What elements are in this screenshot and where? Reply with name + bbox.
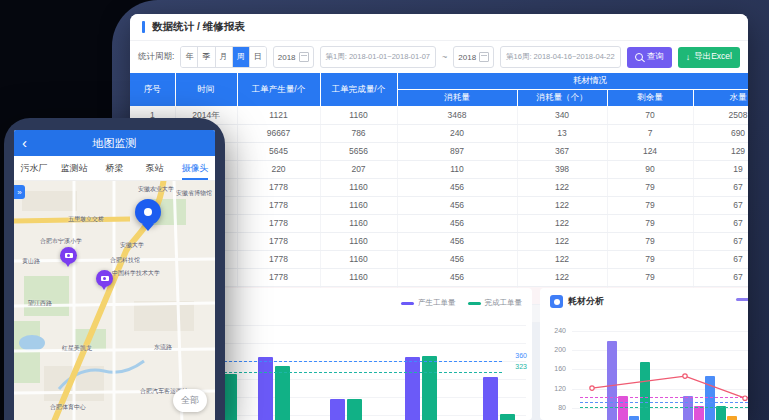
table-cell: 96667	[237, 125, 320, 143]
table-cell: 110	[397, 161, 517, 179]
table-cell: 67	[693, 269, 748, 287]
table-header-row: 序号时间工单产生量/个工单完成量/个耗材情况	[130, 73, 748, 90]
table-cell: 2508	[693, 107, 748, 125]
bar-产生工单量	[405, 357, 420, 420]
map-label: 合肥市宁溪小学	[40, 237, 82, 246]
year-end-value: 2018	[458, 53, 476, 62]
table-cell: 122	[517, 197, 607, 215]
search-icon	[635, 53, 643, 61]
map-pin-selected[interactable]	[135, 199, 161, 225]
download-icon: ↓	[686, 53, 691, 62]
sub-column-header: 消耗量（个）	[517, 90, 607, 107]
map-label: 五里墩立交桥	[68, 215, 104, 224]
table-cell: 1121	[237, 107, 320, 125]
table-cell: 1160	[320, 215, 397, 233]
bar-完成工单量	[500, 414, 515, 420]
table-cell: 90	[607, 161, 693, 179]
table-cell: 1160	[320, 251, 397, 269]
phone-tab-污水厂[interactable]: 污水厂	[14, 156, 54, 180]
table-cell: 456	[397, 251, 517, 269]
year-start-select[interactable]: 2018	[273, 46, 314, 68]
period-option-月[interactable]: 月	[216, 47, 233, 67]
table-cell: 240	[397, 125, 517, 143]
phone-mockup: ‹ 地图监测 污水厂监测站桥梁泵站摄像头	[4, 118, 225, 420]
map-view[interactable]: 安徽省博物馆安徽农业大学五里墩立交桥合肥市宁溪小学安徽大学合肥科技馆中国科学技术…	[14, 181, 215, 420]
table-cell: 67	[693, 179, 748, 197]
table-cell: 367	[517, 143, 607, 161]
export-excel-button[interactable]: ↓ 导出Excel	[678, 47, 740, 68]
sub-column-header: 消耗量	[397, 90, 517, 107]
table-cell: 456	[397, 233, 517, 251]
map-label: 合肥科技馆	[110, 256, 140, 265]
filter-bar: 统计周期: 年季月周日 2018 第1周: 2018-01-01~2018-01…	[130, 41, 748, 73]
phone-screen: ‹ 地图监测 污水厂监测站桥梁泵站摄像头	[14, 130, 215, 420]
consumable-bar-line-chart: 2402001601208040	[540, 288, 748, 420]
table-cell: 122	[517, 215, 607, 233]
table-cell: 1160	[320, 179, 397, 197]
table-cell: 67	[693, 233, 748, 251]
phone-tab-bar: 污水厂监测站桥梁泵站摄像头	[14, 156, 215, 181]
all-filter-button[interactable]: 全部	[173, 389, 207, 412]
phone-tab-桥梁[interactable]: 桥梁	[94, 156, 134, 180]
query-button[interactable]: 查询	[627, 47, 672, 68]
table-cell: 7	[607, 125, 693, 143]
column-header: 工单完成量/个	[320, 73, 397, 107]
table-cell: 456	[397, 269, 517, 287]
table-cell: 124	[607, 143, 693, 161]
sub-column-header: 水量	[693, 90, 748, 107]
table-cell: 1778	[237, 233, 320, 251]
table-cell: 398	[517, 161, 607, 179]
map-label: 安徽省博物馆	[176, 189, 212, 198]
camera-marker[interactable]	[96, 270, 113, 287]
consumable-chart-card: 耗材分析 2402001601208040	[540, 288, 748, 420]
table-cell: 1160	[320, 107, 397, 125]
table-cell: 70	[607, 107, 693, 125]
bar-完成工单量	[275, 366, 290, 420]
table-cell: 456	[397, 197, 517, 215]
back-icon[interactable]: ‹	[22, 132, 27, 154]
table-cell: 340	[517, 107, 607, 125]
calendar-icon	[299, 52, 309, 62]
column-header: 耗材情况	[397, 73, 748, 90]
table-cell: 67	[693, 197, 748, 215]
period-option-日[interactable]: 日	[250, 47, 266, 67]
table-cell: 67	[693, 251, 748, 269]
year-end-select[interactable]: 2018	[453, 46, 494, 68]
table-cell: 1778	[237, 269, 320, 287]
table-cell: 786	[320, 125, 397, 143]
year-start-value: 2018	[278, 53, 296, 62]
table-row: 12014年112111603468340702508	[130, 107, 748, 125]
week-end-field[interactable]: 第16周: 2018-04-16~2018-04-22	[500, 46, 621, 68]
camera-marker[interactable]	[60, 247, 77, 264]
period-option-年[interactable]: 年	[181, 47, 198, 67]
panel-expander-icon[interactable]: »	[14, 185, 25, 199]
period-option-季[interactable]: 季	[198, 47, 215, 67]
trend-line	[540, 288, 748, 420]
column-header: 序号	[130, 73, 175, 107]
table-cell: 456	[397, 215, 517, 233]
camera-icon	[65, 253, 73, 258]
phone-tab-监测站[interactable]: 监测站	[54, 156, 94, 180]
query-button-label: 查询	[647, 51, 664, 63]
table-cell: 1160	[320, 269, 397, 287]
table-cell: 5645	[237, 143, 320, 161]
page-background: 数据统计 / 维修报表 统计周期: 年季月周日 2018 第1周: 2018-0…	[0, 0, 769, 420]
range-separator: ~	[442, 52, 447, 62]
table-cell: 5656	[320, 143, 397, 161]
table-cell: 1778	[237, 179, 320, 197]
phone-tab-摄像头[interactable]: 摄像头	[175, 156, 215, 180]
map-label: 合肥体育中心	[50, 403, 86, 412]
table-cell: 3468	[397, 107, 517, 125]
period-option-周[interactable]: 周	[233, 47, 250, 67]
week-start-field[interactable]: 第1周: 2018-01-01~2018-01-07	[320, 46, 436, 68]
table-cell: 79	[607, 179, 693, 197]
table-cell: 456	[397, 179, 517, 197]
period-label: 统计周期:	[138, 51, 174, 63]
breadcrumb: 数据统计 / 维修报表	[152, 20, 245, 34]
table-cell: 220	[237, 161, 320, 179]
phone-tab-泵站[interactable]: 泵站	[135, 156, 175, 180]
map-label: 红星美凯龙	[62, 344, 92, 353]
map-label: 安徽农业大学	[138, 185, 174, 194]
table-cell: 19	[693, 161, 748, 179]
table-cell: 1160	[320, 233, 397, 251]
